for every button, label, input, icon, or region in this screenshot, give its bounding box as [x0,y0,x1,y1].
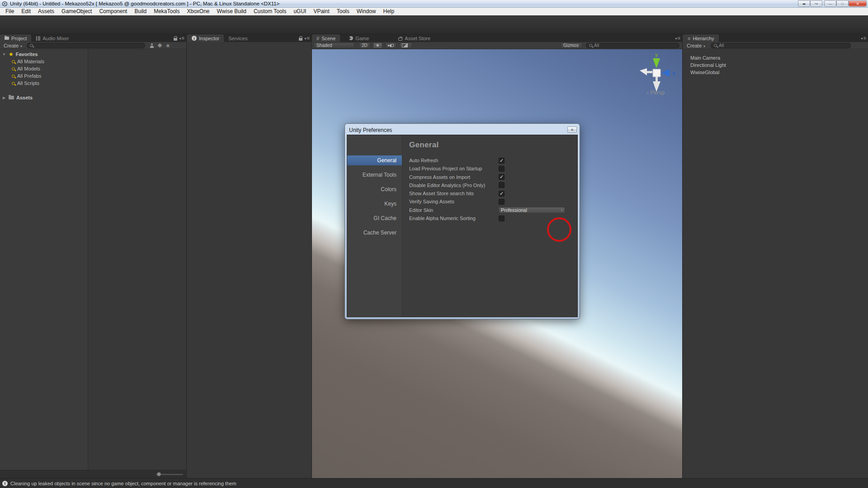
status-bar[interactable]: ! Cleaning up leaked objects in scene si… [0,478,868,488]
menu-item[interactable]: MekaTools [150,8,183,15]
tab-label: Inspector [199,36,219,41]
thumbnail-zoom-slider[interactable] [156,474,183,475]
project-toolbar: Create ★ [0,42,186,49]
create-button[interactable]: Create [2,43,24,48]
menu-item[interactable]: VPaint [310,8,333,15]
hierarchy-item[interactable]: Main Camera [683,54,868,61]
unity-logo-icon [2,1,7,6]
tab-inspector[interactable]: i Inspector [187,34,224,42]
caret-down-icon[interactable]: ▼ [2,52,6,56]
preference-checkbox[interactable] [499,199,505,205]
menu-item[interactable]: Wwise Build [213,8,250,15]
menu-item[interactable]: Assets [34,8,58,15]
hierarchy-item[interactable]: WwiseGlobal [683,69,868,76]
lock-icon[interactable] [174,38,177,41]
favorites-item[interactable]: All Materials [0,58,88,65]
tab-asset-store[interactable]: Asset Store [394,34,435,42]
menu-item[interactable]: XboxOne [184,8,213,15]
menu-item[interactable]: Tools [333,8,353,15]
tab-hierarchy[interactable]: ≡ Hierarchy [683,34,719,42]
tab-scene[interactable]: # Scene [312,34,340,42]
menu-item[interactable]: File [2,8,18,15]
panel-menu-icon[interactable]: ≡ [179,35,184,42]
project-panel: Project Audio Mixer ≡ Create ★ [0,34,187,478]
slider-knob[interactable] [157,472,161,476]
favorites-root[interactable]: ▼ ★ Favorites [0,51,88,58]
asset-labels-person-icon[interactable] [150,43,154,48]
menu-item[interactable]: Build [131,8,150,15]
preference-checkbox[interactable] [499,191,505,197]
scene-toolbar: Shaded 2D ☀ Gizmos All [312,42,682,49]
audio-toggle-button[interactable] [385,42,397,48]
preferences-sidebar-item[interactable]: GI Cache [347,213,402,223]
search-filter-icon [12,82,15,85]
shading-mode-dropdown[interactable]: Shaded [314,42,354,48]
menu-item[interactable]: Edit [18,8,34,15]
project-search-input[interactable] [27,43,145,48]
maximize-button[interactable]: □ [836,0,849,7]
preferences-sidebar-item[interactable]: General [347,155,402,165]
y-axis-cone[interactable] [653,58,660,68]
close-button[interactable]: ✕ [849,0,867,7]
label-tag-icon[interactable] [158,43,162,48]
hierarchy-search-input[interactable]: All [711,43,851,48]
panel-menu-icon[interactable]: ≡ [305,35,310,42]
2d-toggle-button[interactable]: 2D [359,42,370,48]
panel-menu-icon[interactable]: ≡ [675,35,680,42]
preference-row: Enable Alpha Numeric Sorting [409,215,577,221]
speaker-icon [388,44,394,47]
preference-checkbox[interactable] [499,158,505,164]
tab-project[interactable]: Project [0,34,31,42]
project-content-area[interactable] [89,49,186,470]
menu-item[interactable]: GameObject [58,8,95,15]
favorites-filter-star-icon[interactable]: ★ [165,42,170,49]
window-title: Unity (64bit) - Untitled - Mekazoo52x [ … [10,1,279,6]
preferences-sidebar-item[interactable]: External Tools [347,170,402,180]
move-to-monitor-button[interactable]: ◂▸ [798,0,810,7]
assets-root[interactable]: ▶ Assets [0,94,88,101]
menu-item[interactable]: uGUI [290,8,310,15]
menu-item[interactable]: Component [95,8,131,15]
panel-menu-icon[interactable]: ≡ [861,35,866,42]
effects-dropdown-button[interactable] [399,42,412,48]
minimize-button[interactable]: — [824,0,836,7]
tab-services[interactable]: Services [224,34,252,42]
tab-game[interactable]: Game [344,34,373,42]
favorites-item[interactable]: All Scripts [0,80,88,87]
create-label: Create [687,43,702,48]
scene-search-input[interactable]: All [586,43,679,48]
caret-right-icon[interactable]: ▶ [2,96,6,100]
menu-item[interactable]: Help [379,8,398,15]
preference-row: Disable Editor Analytics (Pro Only) [409,182,577,188]
editor-skin-dropdown[interactable]: Professional [499,207,565,213]
preference-checkbox[interactable] [499,174,505,180]
preferences-sidebar-item[interactable]: Colors [347,184,402,194]
favorites-item[interactable]: All Prefabs [0,72,88,80]
preferences-sidebar-item[interactable]: Keys [347,199,402,209]
tab-audio-mixer[interactable]: Audio Mixer [31,34,73,42]
create-button[interactable]: Create [685,43,707,48]
axis-orientation-gizmo[interactable]: y z [635,50,680,95]
menu-item[interactable]: Window [353,8,380,15]
favorites-label: Favorites [16,52,38,57]
preference-checkbox[interactable] [499,182,505,188]
favorites-item[interactable]: All Models [0,65,88,72]
audio-mixer-icon [36,36,40,41]
z-axis-cone[interactable] [662,69,670,77]
projection-toggle[interactable]: Persp [631,89,680,96]
preferences-sidebar-item[interactable]: Cache Server [347,228,402,238]
preference-checkbox[interactable] [499,166,505,172]
lighting-toggle-button[interactable]: ☀ [373,42,382,48]
span-monitors-button[interactable]: ↪ [810,0,822,7]
gizmos-dropdown[interactable]: Gizmos [561,42,582,48]
dialog-titlebar[interactable]: Unity Preferences ✕ [347,126,578,135]
menu-item[interactable]: Custom Tools [250,8,290,15]
main-toolbar: Pivot Global ☁ Account Layers Layout [0,15,868,34]
preference-checkbox[interactable] [499,216,505,221]
dialog-close-button[interactable]: ✕ [567,127,577,133]
gizmo-center-cube[interactable] [653,69,660,77]
hierarchy-item[interactable]: Directional Light [683,61,868,69]
lock-icon[interactable] [299,38,302,41]
window-titlebar[interactable]: Unity (64bit) - Untitled - Mekazoo52x [ … [0,0,868,8]
x-axis-cone[interactable] [640,68,647,75]
